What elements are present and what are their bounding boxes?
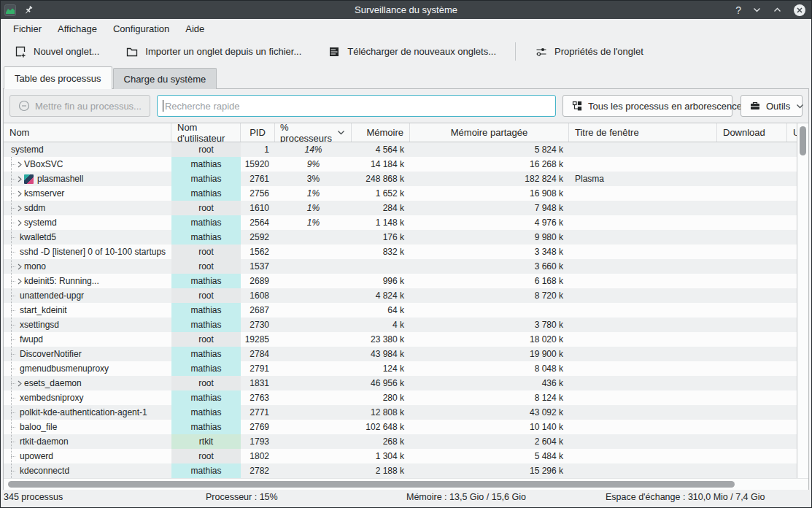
search-input[interactable]: Recherche rapide [157, 95, 556, 117]
vertical-scrollbar[interactable] [797, 123, 808, 478]
process-window-title [569, 230, 717, 245]
expand-arrow-icon[interactable] [15, 190, 24, 197]
process-row[interactable]: unattended-upgrroot16084 824 k8 720 k [4, 288, 797, 303]
menu-item-fichier[interactable]: Fichier [5, 21, 50, 36]
process-download [717, 420, 787, 434]
process-row[interactable]: systemdmathias25641%1 148 k4 976 k [4, 215, 797, 230]
column-header-wtitle[interactable]: Titre de fenêtre [569, 123, 717, 142]
process-row[interactable]: ksmservermathias27561%1 652 k16 908 k [4, 186, 797, 201]
expand-arrow-icon[interactable] [15, 278, 24, 285]
process-name: unattended-upgr [20, 290, 84, 301]
close-icon[interactable] [793, 4, 806, 17]
process-name-cell: mono [4, 259, 171, 274]
process-row[interactable]: gmenudbusmenuproxymathias2791124 k8 048 … [4, 361, 797, 376]
column-header-shared[interactable]: Mémoire partagée [410, 123, 569, 142]
maximize-icon[interactable] [773, 5, 782, 15]
process-download [717, 186, 787, 201]
process-filter-dropdown[interactable]: Tous les processus en arborescence [562, 95, 732, 117]
process-row[interactable]: DiscoverNotifiermathias278443 984 k19 90… [4, 347, 797, 361]
process-row[interactable]: xembedsniproxymathias2763280 k8 124 k [4, 390, 797, 405]
expand-arrow-icon[interactable] [15, 161, 24, 168]
process-shared-memory: 6 168 k [410, 274, 569, 288]
process-row[interactable]: rtkit-daemonrtkit1793268 k2 604 k [4, 434, 797, 449]
horizontal-scrollbar-thumb[interactable] [8, 481, 735, 488]
process-download [717, 288, 787, 303]
expand-arrow-icon[interactable] [15, 176, 24, 182]
process-window-title [569, 434, 717, 449]
process-user: mathias [171, 274, 241, 288]
process-cpu [275, 376, 352, 390]
column-header-name[interactable]: Nom [4, 123, 171, 142]
process-name: VBoxSVC [24, 159, 63, 169]
tab-system-load[interactable]: Charge du système [113, 68, 217, 89]
expand-arrow-icon[interactable] [15, 220, 24, 226]
process-row[interactable]: xsettingsdmathias27304 k3 780 k [4, 318, 797, 332]
process-download [717, 172, 787, 186]
process-row[interactable]: kdeinit5: Running...mathias2689996 k6 16… [4, 274, 797, 288]
process-user: mathias [171, 318, 241, 332]
process-user-cell: mathias [171, 186, 241, 201]
expand-arrow-icon[interactable] [15, 263, 24, 270]
process-row[interactable]: fwupdroot1928523 380 k18 020 k [4, 332, 797, 347]
process-cpu [275, 259, 352, 274]
process-row[interactable]: kdeconnectdmathias27822 188 k15 296 k [4, 463, 797, 478]
process-upload [787, 201, 797, 215]
process-user: mathias [171, 172, 241, 186]
process-memory: 2 188 k [352, 463, 410, 478]
process-row[interactable]: baloo_filemathias2769102 648 k10 140 k [4, 420, 797, 434]
menu-item-configuration[interactable]: Configuration [105, 21, 177, 36]
minimize-icon[interactable] [752, 5, 762, 15]
process-row[interactable]: esets_daemonroot183146 956 k436 k [4, 376, 797, 390]
process-row[interactable]: plasmashellmathias27613%248 868 k182 824… [4, 172, 797, 186]
process-upload [787, 157, 797, 172]
column-header-mem[interactable]: Mémoire [352, 123, 410, 142]
column-header-download[interactable]: Download [717, 123, 787, 142]
process-row[interactable]: systemdroot114%4 564 k5 824 k [4, 142, 797, 157]
process-download [717, 449, 787, 463]
tab-process-table[interactable]: Table des processus [4, 66, 112, 89]
process-upload [787, 172, 797, 186]
menu-item-affichage[interactable]: Affichage [50, 21, 105, 36]
toolbar-button[interactable]: Nouvel onglet... [11, 42, 102, 61]
expand-arrow-icon[interactable] [15, 380, 24, 387]
pin-icon[interactable] [23, 5, 34, 15]
menu-item-aide[interactable]: Aide [177, 21, 212, 36]
process-row[interactable]: kwalletd5mathias2592176 k9 980 k [4, 230, 797, 245]
process-user: root [171, 259, 241, 274]
horizontal-scrollbar[interactable] [4, 478, 808, 490]
toolbar-button[interactable]: Propriétés de l'onglet [532, 42, 646, 61]
process-user-cell: rtkit [171, 434, 241, 449]
toolbar-button[interactable]: Télécharger de nouveaux onglets... [325, 42, 499, 61]
process-row[interactable]: VBoxSVCmathias159209%14 184 k16 268 k [4, 157, 797, 172]
column-header-upload[interactable]: U [787, 123, 797, 142]
process-shared-memory: 18 020 k [410, 332, 569, 347]
tab-properties-icon [535, 45, 548, 58]
process-row[interactable]: monoroot15373 660 k [4, 259, 797, 274]
window-title: Surveillance du système [1, 4, 811, 15]
process-window-title [569, 274, 717, 288]
expand-arrow-icon[interactable] [15, 205, 24, 212]
column-header-user[interactable]: Nom d'utilisateur [171, 123, 241, 142]
process-row[interactable]: start_kdeinitmathias268764 k [4, 303, 797, 318]
titlebar[interactable]: Surveillance du système ? [1, 1, 811, 19]
process-upload [787, 142, 797, 157]
process-row[interactable]: sddmroot16101%284 k7 948 k [4, 201, 797, 215]
tree-branch-dash [11, 325, 15, 326]
process-cpu: 9% [275, 157, 352, 172]
process-user-cell: root [171, 449, 241, 463]
process-user-cell: mathias [171, 347, 241, 361]
end-process-button[interactable]: Mettre fin au processus... [9, 95, 150, 117]
tree-branch-dash [11, 237, 15, 238]
column-header-pid[interactable]: PID [241, 123, 275, 142]
tools-dropdown[interactable]: Outils [741, 95, 803, 117]
process-row[interactable]: polkit-kde-authentication-agent-1mathias… [4, 405, 797, 420]
process-row[interactable]: sshd -D [listener] 0 of 10-100 startupsr… [4, 245, 797, 259]
vertical-scrollbar-thumb[interactable] [800, 126, 806, 155]
process-name: DiscoverNotifier [20, 349, 82, 359]
process-upload [787, 347, 797, 361]
toolbar-button[interactable]: Importer un onglet depuis un fichier... [123, 42, 304, 61]
help-icon[interactable]: ? [735, 5, 741, 15]
process-row[interactable]: upowerdroot18021 304 k5 484 k [4, 449, 797, 463]
column-header-cpu[interactable]: % processeurs [275, 123, 352, 142]
end-process-label: Mettre fin au processus... [35, 101, 142, 112]
